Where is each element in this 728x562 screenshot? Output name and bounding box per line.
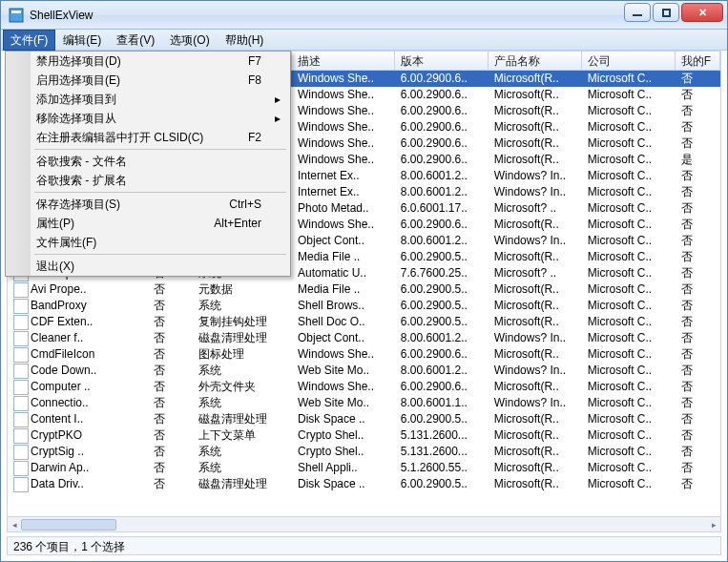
cell: 否 [676,87,720,103]
cell: 外壳文件夹 [193,379,292,395]
menu-separator [34,149,286,150]
cell: 6.00.2900.5.. [395,281,489,298]
menu-options[interactable]: 选项(O) [162,30,217,51]
extension-icon [13,428,29,444]
table-row[interactable]: Darwin Ap..否系统Shell Appli..5.1.2600.55..… [8,460,720,476]
extension-icon [13,412,29,427]
col-my[interactable]: 我的F [676,52,720,70]
cell: Web Site Mo.. [292,395,395,411]
cell: 否 [148,298,193,314]
menu-item[interactable]: 谷歌搜索 - 文件名 [6,152,290,171]
table-row[interactable]: Cleaner f..否磁盘清理处理Object Cont..8.00.6001… [8,330,720,346]
table-row[interactable]: Data Driv..否磁盘清理处理Disk Space ..6.00.2900… [8,476,720,492]
cell: 否 [676,119,720,135]
title-bar[interactable]: ShellExView [1,1,727,30]
cell: 否 [676,330,720,346]
cell: Windows She.. [292,103,395,119]
close-button[interactable] [681,3,723,22]
cell: Microsoft(R.. [489,152,582,168]
table-row[interactable]: CryptPKO否上下文菜单Crypto Shel..5.131.2600...… [8,427,720,444]
cell-ext: Computer .. [8,379,148,395]
scroll-thumb[interactable] [21,519,116,531]
cell: 系统 [193,395,292,411]
cell: 元数据 [193,281,292,298]
extension-icon [13,299,29,314]
cell: 否 [676,395,720,411]
cell: 否 [148,379,193,395]
menu-item[interactable]: 添加选择项目到▸ [6,90,290,109]
cell: 5.131.2600... [395,444,489,460]
menu-shortcut: F7 [248,54,261,68]
maximize-button[interactable] [653,3,679,22]
cell: Windows? In.. [489,168,582,184]
cell: Microsoft C.. [582,249,676,265]
cell: 否 [148,444,193,460]
cell: 否 [148,427,193,444]
cell: Microsoft C.. [582,152,676,168]
menu-item[interactable]: 保存选择项目(S)Ctrl+S [6,195,290,214]
submenu-arrow-icon: ▸ [275,93,281,106]
menu-shortcut: F8 [248,73,261,87]
cell: 否 [148,314,193,330]
menu-item[interactable]: 在注册表编辑器中打开 CLSID(C)F2 [6,128,290,147]
table-row[interactable]: CmdFileIcon否图标处理Windows She..6.00.2900.6… [8,346,720,363]
extension-icon [13,347,29,363]
table-row[interactable]: CDF Exten..否复制挂钩处理Shell Doc O..6.00.2900… [8,314,720,330]
cell: Microsoft C.. [582,330,676,346]
scroll-left-icon[interactable]: ◂ [8,518,21,531]
cell: Microsoft C.. [582,444,676,460]
cell: 系统 [193,460,292,476]
table-row[interactable]: Connectio..否系统Web Site Mo..8.00.6001.1..… [8,395,720,411]
menu-help[interactable]: 帮助(H) [218,30,272,51]
col-company[interactable]: 公司 [582,52,676,70]
status-text: 236 个项目，1 个选择 [13,540,125,553]
minimize-button[interactable] [624,3,651,22]
col-product[interactable]: 产品名称 [489,52,582,70]
cell: 否 [148,346,193,363]
file-menu-dropdown[interactable]: 禁用选择项目(D)F7启用选择项目(E)F8添加选择项目到▸移除选择项目从▸在注… [5,51,291,277]
menu-item[interactable]: 退出(X) [6,257,290,276]
col-version[interactable]: 版本 [395,52,489,70]
table-row[interactable]: BandProxy否系统Shell Brows..6.00.2900.5..Mi… [8,298,720,314]
menu-file[interactable]: 文件(F) [3,30,55,51]
extension-icon [13,445,29,460]
menu-item[interactable]: 移除选择项目从▸ [6,109,290,128]
scroll-right-icon[interactable]: ▸ [707,518,720,531]
cell-ext: CryptPKO [8,427,148,444]
extension-icon [13,315,29,330]
table-row[interactable]: Content I..否磁盘清理处理Disk Space ..6.00.2900… [8,411,720,427]
cell: Microsoft C.. [582,298,676,314]
cell: 8.00.6001.2.. [395,363,489,379]
cell: Windows She.. [292,135,395,152]
table-row[interactable]: CryptSig ..否系统Crypto Shel..5.131.2600...… [8,444,720,460]
table-row[interactable]: Computer ..否外壳文件夹Windows She..6.00.2900.… [8,379,720,395]
cell: 否 [148,411,193,427]
cell: Disk Space .. [292,411,395,427]
cell: 8.00.6001.2.. [395,330,489,346]
cell: Microsoft C.. [582,233,676,249]
cell: 图标处理 [193,346,292,363]
menu-item[interactable]: 文件属性(F) [6,233,290,252]
menu-item[interactable]: 谷歌搜索 - 扩展名 [6,171,290,190]
cell: Microsoft C.. [582,379,676,395]
cell: 否 [148,363,193,379]
cell: 否 [148,330,193,346]
cell: Microsoft(R.. [489,346,582,363]
horizontal-scrollbar[interactable]: ◂ ▸ [8,516,720,531]
col-desc[interactable]: 描述 [292,52,395,70]
cell: Disk Space .. [292,476,395,492]
menu-edit[interactable]: 编辑(E) [55,30,109,51]
cell: 7.6.7600.25.. [395,265,489,281]
menu-item[interactable]: 禁用选择项目(D)F7 [6,52,290,71]
table-row[interactable]: Code Down..否系统Web Site Mo..8.00.6001.2..… [8,363,720,379]
table-row[interactable]: Avi Prope..否元数据Media File ..6.00.2900.5.… [8,281,720,298]
cell: 6.00.2900.5.. [395,314,489,330]
cell: Photo Metad.. [292,200,395,217]
cell: 否 [676,411,720,427]
cell: Microsoft C.. [582,168,676,184]
menu-item[interactable]: 启用选择项目(E)F8 [6,71,290,90]
menu-item[interactable]: 属性(P)Alt+Enter [6,214,290,233]
menu-view[interactable]: 查看(V) [109,30,162,51]
cell: Microsoft(R.. [489,135,582,152]
menu-shortcut: Alt+Enter [214,217,261,230]
